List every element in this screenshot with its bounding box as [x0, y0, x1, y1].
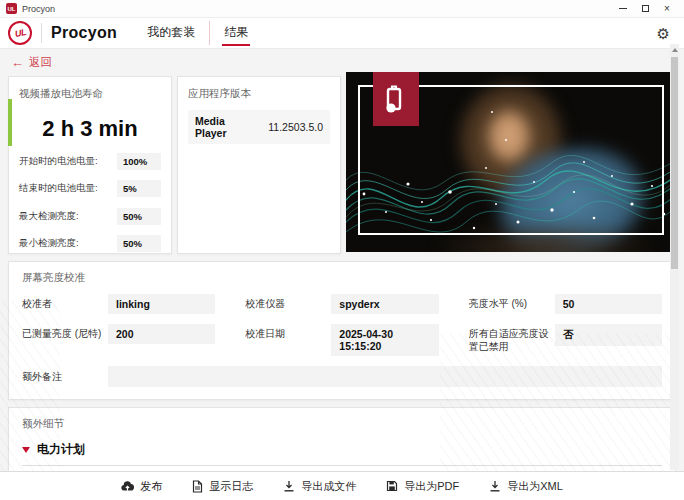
field-label: 最大检测亮度: [19, 210, 79, 223]
app-version: 11.2503.5.0 [268, 121, 323, 133]
field-label: 亮度水平 (%) [469, 294, 555, 311]
log-document-icon [192, 480, 203, 493]
calibrator-field: 校准者 linking [22, 294, 215, 314]
header-divider [41, 23, 42, 43]
download-xml-icon [489, 480, 501, 492]
app-version-card: 应用程序版本 Media Player 11.2503.5.0 [177, 76, 341, 254]
field-label: 额外备注 [22, 366, 108, 387]
field-value: 否 [555, 324, 662, 346]
tab-separator [209, 21, 210, 45]
app-icon: UL [6, 3, 17, 14]
button-label: 导出为XML [507, 479, 563, 494]
field-value: 50% [117, 235, 161, 252]
field-label: 校准仪器 [245, 294, 331, 311]
screen-calibration-card: 屏幕亮度校准 校准者 linking 校准仪器 spyderx 亮度水平 (%)… [8, 261, 676, 400]
field-value: spyderx [331, 294, 438, 314]
main-tabs: 我的套装 结果 [133, 18, 262, 48]
adaptive-brightness-field: 所有自适应亮度设置已禁用 否 [469, 324, 662, 356]
gear-icon[interactable]: ⚙ [657, 26, 670, 41]
app-name: Media Player [195, 115, 258, 139]
export-file-button[interactable]: 导出成文件 [283, 479, 356, 494]
field-value: 2025-04-30 15:15:20 [331, 324, 438, 356]
button-label: 发布 [140, 479, 162, 494]
battery-row-start-charge: 开始时的电池电量: 100% [19, 153, 161, 170]
scrollbar-up-arrow-icon[interactable] [672, 48, 678, 52]
calibration-instrument-field: 校准仪器 spyderx [245, 294, 438, 314]
ul-logo: UL [8, 21, 32, 45]
result-accent-bar [8, 99, 12, 146]
button-label: 显示日志 [209, 479, 253, 494]
field-value: 5% [117, 180, 161, 197]
field-value: linking [108, 294, 215, 314]
tab-my-suites[interactable]: 我的套装 [145, 20, 197, 46]
field-label: 校准日期 [245, 324, 331, 341]
field-value: 200 [108, 324, 215, 344]
extra-notes-field: 额外备注 [22, 366, 662, 387]
battery-row-min-brightness: 最小检测亮度: 50% [19, 235, 161, 252]
battery-row-end-charge: 结束时的电池电量: 5% [19, 180, 161, 197]
power-plan-title: 电力计划 [37, 441, 85, 458]
field-label: 所有自适应亮度设置已禁用 [469, 324, 555, 353]
maximize-button[interactable] [634, 1, 656, 17]
publish-button[interactable]: 发布 [121, 479, 162, 494]
power-plan-toggle[interactable]: 电力计划 [22, 441, 662, 466]
battery-life-card: 视频播放电池寿命 2 h 3 min 开始时的电池电量: 100% 结束时的电池… [8, 76, 172, 254]
field-value [108, 366, 662, 387]
battery-row-max-brightness: 最大检测亮度: 50% [19, 208, 161, 225]
download-file-icon [283, 480, 295, 492]
field-value: 50 [555, 294, 662, 314]
battery-duration: 2 h 3 min [19, 116, 161, 142]
export-xml-button[interactable]: 导出为XML [489, 479, 563, 494]
brand-title: Procyon [51, 24, 117, 42]
battery-badge-icon [373, 72, 419, 126]
titlebar: UL Procyon × [0, 0, 684, 18]
scrollbar-thumb[interactable] [671, 57, 678, 269]
version-row: Media Player 11.2503.5.0 [188, 110, 330, 144]
back-button[interactable]: ← 返回 [0, 49, 70, 74]
app-header: UL Procyon 我的套装 结果 ⚙ [0, 18, 684, 49]
back-arrow-icon: ← [11, 56, 24, 69]
field-label: 已测量亮度 (尼特) [22, 324, 108, 341]
minimize-button[interactable] [612, 1, 634, 17]
battery-card-title: 视频播放电池寿命 [19, 87, 161, 101]
vertical-scrollbar[interactable] [670, 44, 679, 470]
field-label: 校准者 [22, 294, 108, 311]
measured-brightness-field: 已测量亮度 (尼特) 200 [22, 324, 215, 356]
field-label: 最小检测亮度: [19, 237, 79, 250]
details-card-title: 额外细节 [22, 417, 662, 431]
tab-results[interactable]: 结果 [222, 20, 250, 46]
cloud-upload-icon [121, 481, 134, 492]
field-value: 50% [117, 208, 161, 225]
save-pdf-icon [386, 480, 398, 492]
field-value: 100% [117, 153, 161, 170]
back-label: 返回 [29, 55, 52, 70]
show-log-button[interactable]: 显示日志 [192, 479, 253, 494]
close-button[interactable]: × [656, 1, 678, 17]
chevron-down-icon [22, 447, 30, 453]
window-title: Procyon [22, 4, 55, 14]
field-label: 开始时的电池电量: [19, 155, 98, 168]
brightness-level-field: 亮度水平 (%) 50 [469, 294, 662, 314]
procyon-window: UL Procyon × UL Procyon 我的套装 结果 ⚙ ← 返回 视… [0, 0, 684, 500]
calibration-card-title: 屏幕亮度校准 [22, 271, 662, 285]
field-label: 结束时的电池电量: [19, 182, 98, 195]
footer-action-bar: 发布 显示日志 导出成文件 导出为PDF [0, 471, 684, 500]
export-pdf-button[interactable]: 导出为PDF [386, 479, 459, 494]
button-label: 导出为PDF [404, 479, 459, 494]
benchmark-hero-image [346, 72, 676, 252]
button-label: 导出成文件 [301, 479, 356, 494]
version-card-title: 应用程序版本 [188, 87, 330, 101]
calibration-date-field: 校准日期 2025-04-30 15:15:20 [245, 324, 438, 356]
